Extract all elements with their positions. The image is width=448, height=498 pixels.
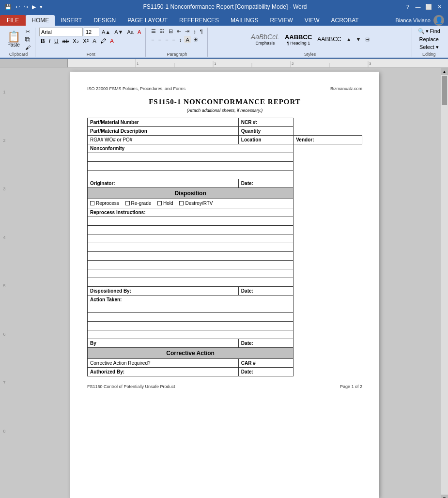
- styles-expand[interactable]: ⊟: [364, 36, 371, 43]
- originator-label: Originator:: [88, 179, 239, 188]
- increase-font-button[interactable]: A▲: [100, 29, 112, 35]
- cut-button[interactable]: ✂: [24, 28, 32, 35]
- tab-file[interactable]: FILE: [0, 15, 26, 26]
- style-heading1[interactable]: AABBCC ¶ Heading 1: [283, 32, 314, 47]
- table-row: [88, 304, 362, 313]
- document-header: ISO 22000 FSMS Policies, Procedures, and…: [87, 86, 362, 91]
- hold-checkbox[interactable]: Hold: [157, 201, 173, 206]
- table-row: [88, 278, 362, 287]
- user-avatar: 👤: [433, 15, 444, 26]
- svg-text:3: 3: [369, 62, 371, 66]
- styles-scroll-down[interactable]: ▼: [355, 36, 363, 43]
- scroll-area[interactable]: ISO 22000 FSMS Policies, Procedures, and…: [9, 68, 441, 498]
- restore-button[interactable]: ⬜: [424, 3, 433, 11]
- tab-home[interactable]: HOME: [26, 15, 55, 26]
- strikethrough-button[interactable]: ab: [61, 37, 70, 45]
- help-icon[interactable]: ?: [406, 4, 409, 10]
- ruler-left-margin: [0, 59, 68, 67]
- macro-icon[interactable]: ▶: [31, 4, 37, 10]
- bold-button[interactable]: B: [39, 37, 46, 45]
- empty-cell: [88, 217, 294, 226]
- tab-review[interactable]: REVIEW: [264, 15, 298, 26]
- show-formatting-button[interactable]: ¶: [199, 28, 204, 35]
- page-area: 1 2 3 4 5 6 7 8 ISO 22000 FSMS Policies,…: [0, 68, 448, 498]
- left-sidebar: 1 2 3 4 5 6 7 8: [0, 68, 9, 498]
- decrease-indent-button[interactable]: ⇤: [175, 28, 183, 35]
- font-color-button[interactable]: A: [108, 37, 115, 45]
- justify-button[interactable]: ≡: [171, 36, 177, 43]
- underline-button[interactable]: U: [53, 37, 60, 45]
- corrective-action-header: Corrective Action: [88, 348, 294, 359]
- change-case-button[interactable]: Aa: [125, 29, 135, 35]
- part-material-description-label: Part/Material Description: [88, 127, 239, 136]
- table-row: Reprocess Instructions:: [88, 208, 362, 217]
- bullets-button[interactable]: ☰: [150, 28, 157, 35]
- corrective-action-required-label: Corrective Action Required?: [88, 359, 239, 368]
- align-center-button[interactable]: ≡: [157, 36, 163, 43]
- sidebar-num-4: 4: [0, 213, 9, 262]
- tab-page-layout[interactable]: PAGE LAYOUT: [122, 15, 173, 26]
- scroll-up-button[interactable]: ▲: [441, 68, 448, 75]
- empty-cell: [88, 261, 294, 269]
- authorized-by-label: Authorized By:: [88, 368, 239, 376]
- multilevel-list-button[interactable]: ⊟: [167, 28, 174, 35]
- tab-mailings[interactable]: MAILINGS: [225, 15, 264, 26]
- format-painter-button[interactable]: 🖌: [24, 44, 32, 51]
- text-color-button[interactable]: A: [91, 37, 98, 45]
- tab-design[interactable]: DESIGN: [88, 15, 122, 26]
- document-title: FS1150-1 NONCONFORMANCE REPORT: [87, 98, 362, 106]
- car-number-label: CAR #: [238, 359, 293, 368]
- document-page: ISO 22000 FSMS Policies, Procedures, and…: [70, 72, 379, 498]
- style-heading2[interactable]: AABBCC: [315, 35, 343, 44]
- tab-insert[interactable]: INSERT: [55, 15, 88, 26]
- tab-acrobat[interactable]: ACROBAT: [325, 15, 364, 26]
- action-taken-label: Action Taken:: [88, 296, 294, 304]
- footer-left: FS1150 Control of Potentially Unsafe Pro…: [87, 384, 175, 389]
- highlight-button[interactable]: 🖍: [99, 37, 108, 45]
- replace-button[interactable]: Replace: [417, 36, 441, 43]
- subscript-button[interactable]: X₂: [71, 37, 80, 45]
- reprocess-checkbox[interactable]: Reprocess: [90, 201, 119, 206]
- font-size-input[interactable]: [84, 28, 99, 36]
- paste-button[interactable]: 📋 Paste: [5, 28, 22, 51]
- select-button[interactable]: Select ▾: [417, 44, 441, 51]
- find-button[interactable]: 🔍 ▾ Find: [416, 28, 442, 35]
- scroll-thumb[interactable]: [442, 76, 447, 105]
- numbering-button[interactable]: ☷: [158, 28, 166, 35]
- save-icon[interactable]: 💾: [4, 4, 13, 10]
- borders-button[interactable]: ⊞: [192, 36, 199, 43]
- paragraph-label: Paragraph: [150, 52, 204, 57]
- copy-button[interactable]: ⿻: [24, 36, 32, 43]
- align-right-button[interactable]: ≡: [164, 36, 170, 43]
- font-group: A▲ A▼ Aa A B I U ab X₂ X² A 🖍 A Font: [37, 28, 146, 57]
- close-button[interactable]: ✕: [434, 3, 444, 11]
- line-spacing-button[interactable]: ↕: [178, 36, 184, 43]
- redo-icon[interactable]: ↪: [23, 4, 29, 10]
- scroll-down-button[interactable]: ▼: [441, 495, 448, 498]
- increase-indent-button[interactable]: ⇥: [184, 28, 191, 35]
- hold-check-icon: [157, 201, 162, 205]
- tab-view[interactable]: VIEW: [299, 15, 325, 26]
- shading-button[interactable]: A: [184, 36, 190, 43]
- tab-references[interactable]: REFERENCES: [173, 15, 225, 26]
- style-emphasis[interactable]: AaBbCcL Emphasis: [249, 32, 281, 47]
- user-name: Bianca Viviano: [395, 17, 431, 23]
- decrease-font-button[interactable]: A▼: [113, 29, 124, 35]
- text-effects-button[interactable]: A: [136, 29, 142, 35]
- undo-icon[interactable]: ↩: [15, 4, 21, 10]
- italic-button[interactable]: I: [47, 37, 52, 45]
- font-name-input[interactable]: [39, 28, 83, 36]
- location-label: Location: [238, 136, 293, 144]
- customize-icon[interactable]: ▾: [39, 4, 44, 10]
- ruler-content: 1 1 2 3: [136, 59, 448, 67]
- destroy-rtv-checkbox[interactable]: Destroy/RTV: [179, 201, 213, 206]
- table-row: [88, 252, 362, 261]
- sort-button[interactable]: ↕: [192, 28, 198, 35]
- destroy-check-icon: [179, 201, 184, 205]
- minimize-button[interactable]: —: [413, 3, 423, 11]
- regrade-checkbox[interactable]: Re-grade: [125, 201, 152, 206]
- table-row: Dispositioned By: Date:: [88, 287, 362, 296]
- superscript-button[interactable]: X²: [81, 37, 90, 45]
- styles-scroll-up[interactable]: ▲: [345, 36, 353, 43]
- align-left-button[interactable]: ≡: [150, 36, 155, 43]
